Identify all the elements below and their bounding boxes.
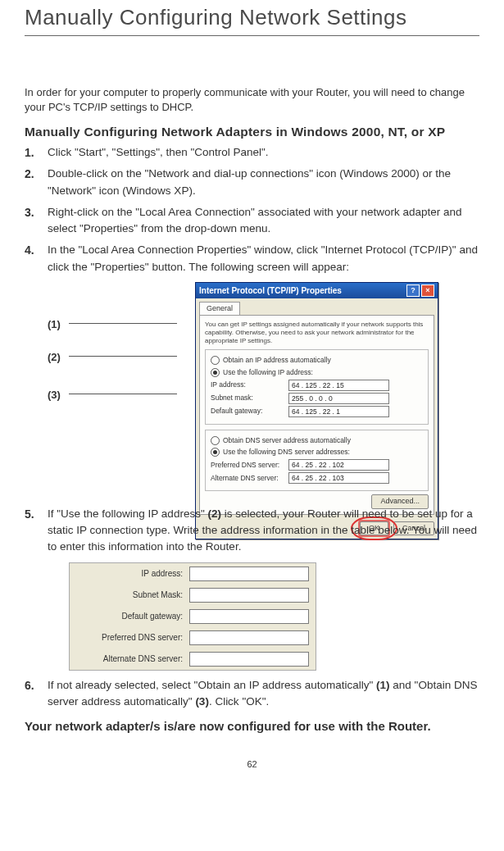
step-2: 2. Double-click on the "Network and dial…: [25, 166, 479, 199]
ipform-mask-label: Subnet Mask:: [76, 589, 189, 601]
subnet-mask-label: Subnet mask:: [211, 393, 288, 403]
page-title: Manually Configuring Network Settings: [25, 0, 479, 36]
ip-group: Obtain an IP address automatically Use t…: [205, 349, 429, 425]
radio-use-following-ip[interactable]: [211, 368, 220, 377]
dns-group: Obtain DNS server address automatically …: [205, 430, 429, 492]
dialog-titlebar: Internet Protocol (TCP/IP) Properties ? …: [196, 283, 438, 298]
step-text: Right-click on the "Local Area Connectio…: [48, 206, 462, 234]
help-button[interactable]: ?: [406, 284, 420, 297]
step-ref: (3): [195, 695, 209, 708]
closing-text: Your network adapter/s is/are now config…: [25, 718, 479, 735]
ipform-gw-input[interactable]: [189, 609, 309, 624]
section-heading: Manually Configuring Network Adapters in…: [25, 125, 479, 139]
step-3: 3. Right-click on the "Local Area Connec…: [25, 204, 479, 238]
alternate-dns-label: Alternate DNS server:: [211, 473, 288, 484]
ipform-pdns-input[interactable]: [189, 630, 309, 645]
ipform-ip-input[interactable]: [189, 567, 309, 581]
step-1: 1. Click "Start", "Settings", then "Cont…: [25, 144, 479, 161]
ipform-adns-label: Alternate DNS server:: [76, 653, 189, 665]
step-ref: (1): [376, 679, 390, 691]
dialog-title: Internet Protocol (TCP/IP) Properties: [199, 284, 405, 297]
ip-address-label: IP address:: [211, 380, 288, 390]
ip-address-input[interactable]: 64 . 125 . 22 . 15: [288, 380, 389, 391]
step-number: 3.: [25, 204, 34, 221]
radio-use-following-dns[interactable]: [211, 448, 220, 457]
radio-obtain-ip-auto[interactable]: [211, 356, 220, 365]
radio-label: Obtain an IP address automatically: [223, 355, 331, 366]
ipform-gw-label: Default gateway:: [76, 610, 189, 622]
radio-obtain-dns-auto[interactable]: [211, 436, 220, 445]
tcpip-properties-dialog: Internet Protocol (TCP/IP) Properties ? …: [195, 282, 438, 539]
radio-label: Use the following IP address:: [223, 367, 313, 378]
step-text-part: . Click "OK".: [209, 695, 269, 708]
step-number: 5.: [25, 506, 34, 523]
default-gateway-label: Default gateway:: [211, 406, 288, 416]
tab-general[interactable]: General: [199, 302, 240, 316]
ipform-mask-input[interactable]: [189, 588, 309, 603]
preferred-dns-input[interactable]: 64 . 25 . 22 . 102: [288, 459, 389, 471]
close-button[interactable]: ×: [421, 284, 434, 297]
step-number: 4.: [25, 242, 34, 259]
ipform-adns-input[interactable]: [189, 652, 309, 667]
radio-label: Obtain DNS server address automatically: [223, 435, 351, 446]
alternate-dns-input[interactable]: 64 . 25 . 22 . 103: [288, 472, 389, 484]
step-text: In the "Local Area Connection Properties…: [48, 243, 478, 272]
intro-text: In order for your computer to properly c…: [25, 85, 479, 114]
callout-2: (2): [48, 349, 61, 366]
step-text: Double-click on the "Network and dial-up…: [48, 167, 451, 196]
step-4: 4. In the "Local Area Connection Propert…: [25, 242, 479, 499]
step-number: 2.: [25, 166, 34, 183]
steps-list: 1. Click "Start", "Settings", then "Cont…: [25, 144, 479, 710]
step-ref: (2): [207, 507, 221, 520]
ipform-pdns-label: Preferred DNS server:: [76, 631, 189, 644]
radio-label: Use the following DNS server addresses:: [223, 447, 350, 457]
step-text-part: If not already selected, select "Obtain …: [48, 679, 376, 691]
callout-1: (1): [48, 316, 61, 333]
step-number: 6.: [25, 677, 34, 694]
step-6: 6. If not already selected, select "Obta…: [25, 677, 479, 711]
page-number: 62: [25, 759, 479, 769]
dialog-description: You can get IP settings assigned automat…: [205, 321, 429, 344]
step-number: 1.: [25, 144, 34, 162]
ipform-ip-label: IP address:: [76, 567, 189, 580]
ip-form: IP address: Subnet Mask: Default gateway…: [69, 562, 316, 671]
preferred-dns-label: Preferred DNS server:: [211, 460, 288, 471]
step-text-part: If "Use the following IP address": [48, 507, 207, 520]
subnet-mask-input[interactable]: 255 . 0 . 0 . 0: [288, 393, 389, 404]
step-5: 5. If "Use the following IP address" (2)…: [25, 506, 479, 671]
step-text: Click "Start", "Settings", then "Control…: [48, 146, 269, 158]
default-gateway-input[interactable]: 64 . 125 . 22 . 1: [288, 406, 389, 417]
figure-wrap: (1) (2) (3) Internet Protocol (TCP/IP) P: [48, 282, 479, 499]
callout-3: (3): [48, 387, 61, 403]
